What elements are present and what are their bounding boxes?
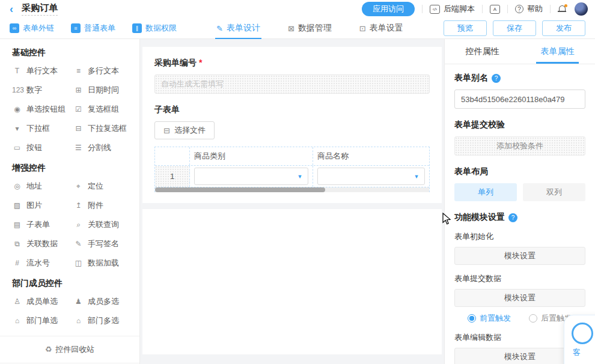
page-title[interactable]: 采购订单 (22, 2, 58, 16)
control-item[interactable]: 123数字 (12, 85, 73, 96)
control-item[interactable]: ▾下拉框 (12, 123, 73, 134)
serial-placeholder: 自动生成无需填写 (161, 79, 224, 89)
horizontal-scrollbar[interactable] (155, 187, 429, 192)
control-item[interactable]: ♙成员单选 (12, 296, 73, 307)
control-item[interactable]: ✎手写签名 (73, 238, 135, 249)
control-item[interactable]: ▨图片 (12, 200, 73, 211)
form-alias-value: 53b4d51506e2260118e0a479 (461, 95, 565, 104)
group-grid: T单行文本≡多行文本123数字⊞日期时间◉单选按钮组☑复选框组▾下拉框⊟下拉复选… (0, 65, 139, 153)
control-item-label: 按钮 (26, 142, 42, 153)
backend-script-button[interactable]: ‹/› 后端脚本 (430, 4, 475, 14)
control-item[interactable]: ♟成员多选 (73, 296, 135, 307)
control-item[interactable]: ◫数据加载 (73, 258, 135, 268)
radio-option[interactable]: 前置触发 (468, 313, 511, 324)
help-badge-icon[interactable]: ? (508, 213, 517, 222)
control-item[interactable]: ↥附件 (73, 200, 135, 211)
panel-tab-1[interactable]: 控件属性 (445, 39, 520, 64)
modules-title: 功能模块设置 ? (454, 212, 585, 223)
preview-button[interactable]: 预览 (444, 20, 487, 36)
control-item[interactable]: ☰分割线 (73, 142, 135, 153)
layout-option-1[interactable]: 单列 (454, 183, 517, 201)
control-item-label: 图片 (26, 200, 42, 211)
category-select[interactable]: ▼ (194, 168, 308, 185)
control-item-label: 成员单选 (26, 296, 58, 307)
canvas-lower-area[interactable] (142, 209, 442, 354)
control-item[interactable]: ◉单选按钮组 (12, 104, 73, 115)
choose-file-button[interactable]: ⊟ 选择文件 (154, 121, 215, 139)
control-item[interactable]: ⊟下拉复选框 (73, 123, 135, 134)
button-control-icon: ▭ (12, 144, 22, 152)
toolbar-item-3[interactable]: ∥数据权限 (132, 23, 177, 34)
name-column-header: 商品名称 (313, 147, 429, 165)
control-item-label: 下拉框 (26, 123, 50, 134)
notification-bell-icon[interactable] (558, 4, 567, 14)
form-design-icon: ✎ (216, 24, 223, 33)
tab-label: 表单设置 (370, 23, 403, 34)
save-button[interactable]: 保存 (493, 20, 536, 36)
toolbar-item-1[interactable]: ∞表单外链 (10, 23, 54, 34)
panel-tab-2[interactable]: 表单属性 (520, 39, 595, 64)
chevron-down-icon: ▼ (409, 174, 424, 180)
module-section-label: 表单提交数据 (454, 273, 585, 284)
help-badge-icon[interactable]: ? (492, 74, 501, 83)
recycle-label: 控件回收站 (55, 345, 94, 354)
publish-button[interactable]: 发布 (542, 20, 585, 36)
toolbar-item-label: 表单外链 (23, 23, 54, 34)
control-item[interactable]: ▤子表单 (12, 219, 73, 230)
control-item[interactable]: #流水号 (12, 258, 73, 268)
divider (482, 5, 483, 13)
control-item[interactable]: ⌖定位 (73, 181, 135, 192)
avatar[interactable] (575, 2, 588, 16)
control-item[interactable]: ☑复选框组 (73, 104, 135, 115)
customer-service-icon (572, 323, 593, 344)
serial-input[interactable]: 自动生成无需填写 (154, 74, 430, 94)
radio-checked-icon (468, 314, 476, 323)
top-header: ‹ 采购订单 应用访问 ‹/› 后端脚本 A ? 帮助 (0, 0, 595, 18)
serial-field[interactable]: 采购单编号* 自动生成无需填写 (154, 58, 430, 94)
signature-icon: ✎ (73, 240, 84, 248)
control-item[interactable]: ⌂部门多选 (73, 315, 135, 326)
group-title: 部门成员控件 (12, 278, 139, 289)
customer-service-widget[interactable]: 客 (564, 315, 595, 364)
app-access-button[interactable]: 应用访问 (362, 2, 415, 16)
control-item[interactable]: ⧉关联数据 (12, 238, 73, 249)
control-item[interactable]: ≡多行文本 (73, 65, 135, 76)
control-item-label: 定位 (88, 181, 103, 192)
single-line-text-icon: T (12, 67, 22, 75)
form-settings-icon: ⊡ (359, 24, 366, 33)
name-select[interactable]: ▼ (317, 168, 425, 185)
recycle-bin-button[interactable]: ♻控件回收站 (0, 336, 139, 363)
module-settings-button[interactable]: 模块设置 (454, 247, 585, 265)
control-item[interactable]: ⌕关联查询 (73, 219, 135, 230)
control-item-label: 单行文本 (26, 65, 58, 76)
tab-label: 数据管理 (298, 23, 332, 34)
help-button[interactable]: ? 帮助 (515, 4, 543, 14)
scrollbar-thumb[interactable] (155, 187, 325, 192)
tab-1[interactable]: ✎表单设计 (216, 23, 260, 34)
chevron-down-icon: ▼ (292, 174, 308, 180)
group-grid: ♙成员单选♟成员多选⌂部门单选⌂部门多选 (0, 296, 139, 326)
toolbar-actions: 预览保存发布 (444, 20, 585, 36)
layout-option-2[interactable]: 双列 (523, 183, 585, 201)
backend-script-label: 后端脚本 (444, 4, 475, 14)
control-item-label: 分割线 (88, 142, 111, 153)
subform-field[interactable]: 子表单 ⊟ 选择文件 商品类别 商品名称 1 (154, 105, 430, 192)
control-item[interactable]: ⊞日期时间 (73, 85, 135, 96)
control-item[interactable]: ▭按钮 (12, 142, 73, 153)
form-alias-input[interactable]: 53b4d51506e2260118e0a479 (454, 89, 585, 109)
translate-icon[interactable]: A (490, 5, 500, 14)
form-alias-title: 表单别名 ? (454, 73, 585, 83)
tab-2[interactable]: ⊠数据管理 (288, 23, 332, 34)
control-item[interactable]: T单行文本 (12, 65, 73, 76)
control-item[interactable]: ⌂部门单选 (12, 315, 73, 326)
tab-3[interactable]: ⊡表单设置 (359, 23, 403, 34)
module-settings-button[interactable]: 模块设置 (454, 289, 585, 307)
toolbar-item-2[interactable]: ≡普通表单 (71, 23, 115, 34)
add-validation-button[interactable]: 添加校验条件 (454, 136, 585, 156)
sidebar-groups: 基础控件T单行文本≡多行文本123数字⊞日期时间◉单选按钮组☑复选框组▾下拉框⊟… (0, 47, 139, 326)
control-item-label: 数据加载 (88, 258, 119, 268)
attachment-icon: ↥ (73, 201, 84, 210)
control-item[interactable]: ◎地址 (12, 181, 73, 192)
controls-sidebar: 基础控件T单行文本≡多行文本123数字⊞日期时间◉单选按钮组☑复选框组▾下拉框⊟… (0, 39, 140, 364)
back-button[interactable]: ‹ (10, 4, 13, 14)
